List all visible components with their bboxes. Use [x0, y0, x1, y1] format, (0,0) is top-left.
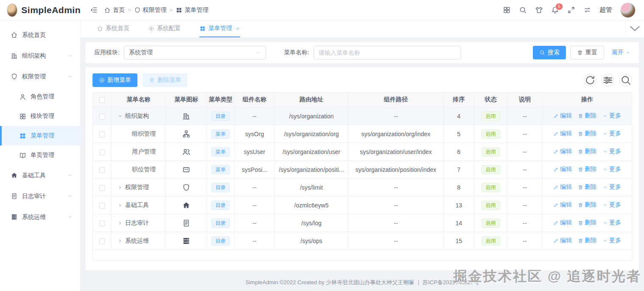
route-path: /sys/organization/org — [275, 125, 348, 143]
more-link[interactable]: 更多 — [602, 112, 621, 120]
edit-icon — [553, 131, 559, 137]
more-link[interactable]: 更多 — [602, 219, 621, 227]
tab-系统首页[interactable]: 系统首页 — [97, 20, 129, 37]
sidebar-collapse-icon[interactable] — [90, 6, 98, 14]
reset-button[interactable]: 重置 — [570, 46, 604, 59]
sidebar-item-模块管理[interactable]: 模块管理 — [0, 106, 80, 126]
breadcrumb-item[interactable]: 菜单管理 — [176, 6, 208, 14]
menu-name: 权限管理 — [125, 184, 149, 191]
chevron-right-icon[interactable] — [117, 185, 123, 190]
edit-link[interactable]: 编辑 — [553, 219, 572, 227]
delete-link[interactable]: 删除 — [578, 112, 596, 120]
sidebar-item-系统运维[interactable]: 系统运维 — [0, 207, 80, 227]
refresh-button[interactable] — [584, 74, 596, 87]
tab-label: 系统配置 — [157, 25, 181, 32]
more-link[interactable]: 更多 — [602, 183, 621, 191]
component-path: sys/organization/org/index — [348, 125, 444, 143]
menu-name-input[interactable] — [314, 46, 461, 59]
fullscreen-icon[interactable] — [567, 6, 575, 14]
more-link[interactable]: 更多 — [602, 201, 621, 209]
chevron-right-icon[interactable] — [117, 203, 123, 208]
search-icon[interactable] — [519, 6, 527, 14]
sidebar-item-菜单管理[interactable]: 菜单管理 — [0, 126, 80, 146]
status-badge: 启用 — [482, 112, 500, 121]
search-button[interactable]: 搜索 — [533, 46, 566, 59]
chevron-down-icon[interactable] — [117, 114, 123, 119]
delete-link[interactable]: 删除 — [578, 237, 596, 244]
chevron-down-icon — [602, 238, 608, 243]
add-menu-button[interactable]: 新增菜单 — [92, 73, 137, 87]
row-checkbox[interactable] — [99, 167, 105, 173]
theme-tshirt-icon[interactable] — [535, 6, 543, 14]
row-checkbox[interactable] — [99, 132, 105, 137]
module-select[interactable]: 系统管理 — [124, 46, 266, 59]
person-icon — [19, 93, 26, 101]
edit-link[interactable]: 编辑 — [553, 183, 572, 191]
row-checkbox[interactable] — [99, 185, 105, 191]
column-header-组件路径: 组件路径 — [348, 92, 444, 107]
edit-link[interactable]: 编辑 — [553, 201, 572, 209]
app-root: SimpleAdmin 首页>权限管理>菜单管理 5 超管 系统首页组织架构权限… — [0, 0, 644, 291]
breadcrumb-item[interactable]: 权限管理 — [134, 6, 167, 14]
more-link[interactable]: 更多 — [602, 148, 621, 155]
edit-link[interactable]: 编辑 — [553, 112, 572, 120]
edit-link[interactable]: 编辑 — [553, 130, 572, 137]
row-checkbox[interactable] — [99, 114, 105, 120]
component-path: sys/organization/user/index — [348, 143, 444, 161]
chevron-right-icon[interactable] — [117, 238, 123, 243]
doc-icon — [182, 219, 190, 227]
user-avatar[interactable] — [620, 3, 636, 18]
sidebar-item-系统首页[interactable]: 系统首页 — [0, 25, 80, 45]
edit-link[interactable]: 编辑 — [553, 165, 572, 173]
delete-link[interactable]: 删除 — [578, 130, 596, 137]
delete-link[interactable]: 删除 — [578, 219, 596, 227]
sidebar-item-单页管理[interactable]: 单页管理 — [0, 146, 80, 165]
breadcrumb-separator: > — [170, 7, 173, 13]
tab-系统配置[interactable]: 系统配置 — [148, 20, 181, 37]
edit-icon — [553, 113, 559, 119]
description: -- — [507, 179, 543, 196]
sidebar-item-日志审计[interactable]: 日志审计 — [0, 186, 80, 207]
close-icon[interactable] — [235, 26, 240, 31]
delete-link[interactable]: 删除 — [578, 183, 596, 191]
sidebar-item-label: 基础工具 — [22, 172, 46, 179]
delete-menu-button[interactable]: 删除菜单 — [143, 73, 188, 87]
route-path: /sys/limit — [275, 179, 348, 196]
plus-circle-icon — [99, 77, 105, 83]
delete-link[interactable]: 删除 — [578, 148, 596, 155]
tab-菜单管理[interactable]: 菜单管理 — [199, 20, 240, 37]
delete-link[interactable]: 删除 — [578, 165, 596, 173]
table-search-button[interactable] — [619, 74, 632, 87]
row-checkbox[interactable] — [99, 221, 105, 227]
more-link[interactable]: 更多 — [602, 130, 621, 137]
expand-toggle[interactable]: 展开 — [612, 49, 630, 56]
column-header-排序: 排序 — [444, 92, 474, 107]
sidebar-item-角色管理[interactable]: 角色管理 — [0, 87, 80, 106]
row-checkbox[interactable] — [99, 238, 105, 244]
component-name: -- — [235, 232, 275, 250]
more-link[interactable]: 更多 — [602, 165, 621, 173]
module-select-label: 应用模块: — [94, 49, 120, 56]
delete-link[interactable]: 删除 — [578, 201, 596, 209]
sort-value: 5 — [444, 125, 474, 143]
edit-link[interactable]: 编辑 — [553, 148, 572, 155]
sidebar-item-组织架构[interactable]: 组织架构 — [0, 45, 80, 66]
row-checkbox[interactable] — [99, 203, 105, 209]
sidebar-item-权限管理[interactable]: 权限管理 — [0, 66, 80, 87]
chevron-right-icon[interactable] — [117, 221, 123, 226]
header-right: 5 超管 — [503, 3, 644, 18]
breadcrumb-item[interactable]: 首页 — [104, 6, 125, 14]
sidebar-item-基础工具[interactable]: 基础工具 — [0, 165, 80, 186]
column-settings-button[interactable] — [602, 74, 614, 87]
edit-link[interactable]: 编辑 — [553, 237, 572, 244]
table-row: 用户管理菜单sysUser/sys/organization/usersys/o… — [93, 143, 632, 161]
route-path: /sys/organization — [275, 107, 348, 125]
notification-bell-icon[interactable]: 5 — [551, 6, 559, 14]
switch-role-icon[interactable] — [583, 6, 591, 14]
row-checkbox[interactable] — [99, 149, 105, 155]
more-link[interactable]: 更多 — [602, 237, 621, 244]
grid-filled-icon — [19, 132, 26, 140]
layout-icon[interactable] — [503, 6, 511, 14]
select-all-checkbox[interactable] — [99, 97, 105, 103]
tab-dropdown-button[interactable] — [625, 20, 644, 37]
